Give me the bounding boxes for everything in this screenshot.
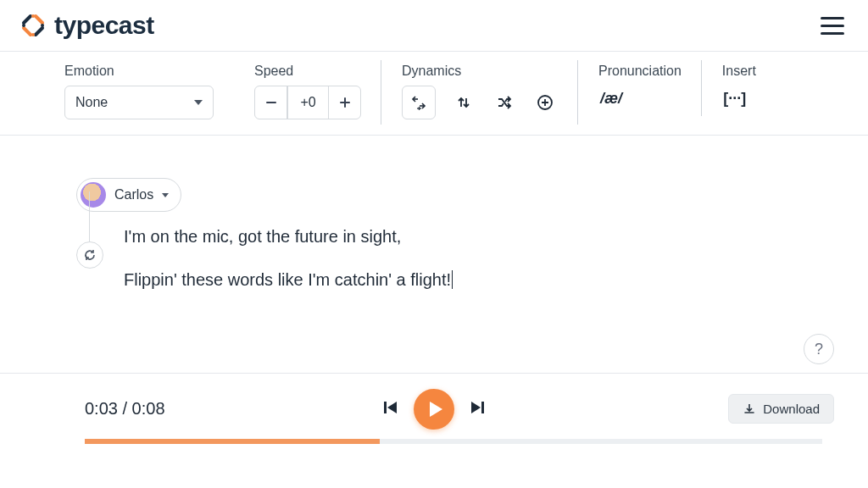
speed-plus-button[interactable] (328, 86, 360, 119)
next-button[interactable] (468, 397, 488, 421)
playback-controls (380, 389, 488, 430)
chevron-down-icon (194, 100, 203, 105)
insert-pause-icon[interactable]: [···] (722, 86, 748, 111)
playback-time: 0:03 / 0:08 (85, 399, 165, 419)
app-header: typecast (0, 0, 868, 51)
speed-group: Speed +0 (234, 64, 381, 119)
svg-point-1 (41, 24, 44, 27)
editor-canvas: Carlos I'm on the mic, got the future in… (0, 136, 868, 373)
phoneme-icon[interactable]: /æ/ (598, 86, 624, 111)
svg-point-2 (31, 33, 35, 36)
timeline-connector (89, 191, 90, 242)
emotion-select[interactable]: None (64, 86, 214, 119)
pitch-arrows-icon[interactable] (451, 90, 476, 115)
add-circle-icon[interactable] (532, 90, 558, 115)
insert-label: Insert (722, 64, 756, 79)
menu-icon[interactable] (821, 17, 844, 35)
svg-rect-6 (344, 97, 346, 108)
speed-minus-button[interactable] (255, 86, 287, 119)
dynamics-group: Dynamics (381, 64, 578, 119)
avatar (81, 182, 106, 208)
speed-label: Speed (254, 64, 361, 79)
insert-group: Insert [···] (702, 64, 776, 111)
caret-down-icon (162, 193, 169, 197)
progress-track[interactable] (85, 439, 822, 444)
emotion-value: None (75, 95, 108, 110)
emotion-label: Emotion (64, 64, 214, 79)
help-button[interactable]: ? (804, 334, 834, 364)
brand-name: typecast (54, 11, 154, 40)
voice-selector[interactable]: Carlos (76, 178, 181, 212)
script-block[interactable]: I'm on the mic, got the future in sight,… (124, 227, 804, 290)
previous-button[interactable] (380, 397, 400, 421)
pronunciation-label: Pronunciation (598, 64, 682, 79)
download-button[interactable]: Download (728, 394, 834, 424)
voice-name: Carlos (114, 187, 153, 202)
svg-point-0 (31, 14, 35, 18)
script-line-1[interactable]: I'm on the mic, got the future in sight, (124, 227, 804, 247)
shuffle-icon[interactable] (492, 90, 517, 115)
script-line-2[interactable]: Flippin' these words like I'm catchin' a… (124, 270, 804, 290)
speed-stepper: +0 (254, 86, 361, 119)
regenerate-button[interactable] (76, 241, 103, 269)
dynamics-label: Dynamics (402, 64, 558, 79)
download-icon (743, 402, 756, 416)
player-bar: 0:03 / 0:08 Download (0, 374, 868, 424)
svg-rect-4 (266, 102, 276, 103)
svg-rect-8 (384, 402, 387, 413)
take-control-icon[interactable] (402, 86, 436, 119)
svg-point-3 (22, 24, 25, 27)
speed-value: +0 (287, 86, 328, 119)
editor-toolbar: Emotion None Speed +0 Dynamics (0, 51, 868, 136)
logo-mark-icon (20, 13, 46, 38)
svg-rect-9 (481, 402, 484, 413)
play-button[interactable] (414, 389, 454, 430)
emotion-group: Emotion None (64, 64, 234, 119)
play-icon (430, 402, 442, 417)
progress-fill (85, 439, 380, 444)
brand-logo[interactable]: typecast (20, 11, 154, 40)
pronunciation-group: Pronunciation /æ/ (578, 64, 702, 111)
